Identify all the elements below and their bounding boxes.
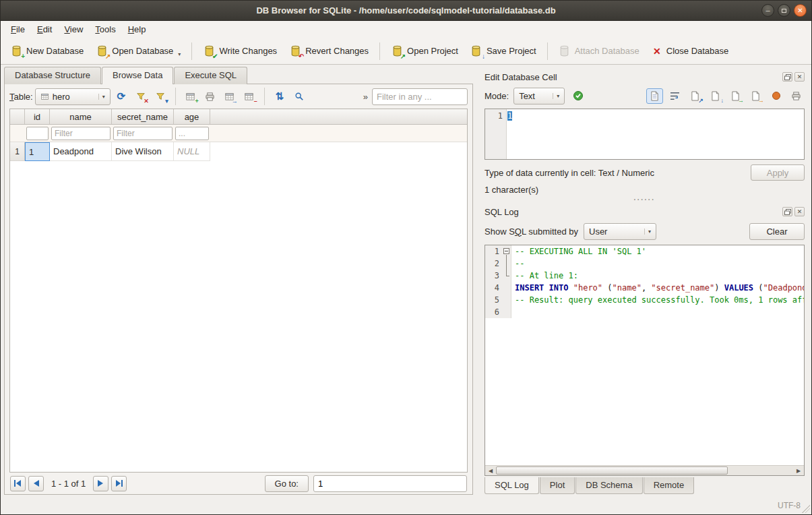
last-record-button[interactable] bbox=[111, 476, 127, 491]
filter-input-id[interactable] bbox=[26, 127, 49, 140]
save-file-button[interactable]: ↓ bbox=[707, 88, 724, 104]
column-header-id[interactable]: id bbox=[25, 109, 50, 124]
close-icon[interactable]: ✕ bbox=[794, 4, 807, 17]
filter-input-secret-name[interactable] bbox=[113, 127, 173, 140]
cell-editor[interactable]: 1 1 bbox=[485, 109, 805, 160]
open-database-label: Open Database bbox=[112, 46, 173, 56]
toolbar-overflow-chevron[interactable]: » bbox=[361, 92, 370, 102]
column-header-age[interactable]: age bbox=[174, 109, 210, 124]
open-file-button[interactable]: ↗ bbox=[687, 88, 704, 104]
cell-name[interactable]: Deadpond bbox=[50, 142, 112, 161]
bottom-tab-remote[interactable]: Remote bbox=[644, 477, 695, 494]
bottom-tab-plot[interactable]: Plot bbox=[540, 477, 575, 494]
sql-log-editor[interactable]: 1-- EXECUTING ALL IN 'SQL 1'2--3-- At li… bbox=[485, 245, 805, 476]
close-database-button[interactable]: ✕ Close Database bbox=[646, 42, 735, 60]
text-mode-button[interactable] bbox=[646, 88, 663, 104]
sort-button[interactable]: ⇅ bbox=[271, 88, 288, 105]
row-header[interactable]: 1 bbox=[10, 142, 25, 161]
record-count-label: 1 - 1 of 1 bbox=[51, 479, 86, 489]
tab-execute-sql[interactable]: Execute SQL bbox=[174, 67, 247, 84]
bottom-tab-db-schema[interactable]: DB Schema bbox=[575, 477, 642, 494]
new-database-button[interactable]: + New Database bbox=[5, 42, 89, 61]
fold-margin bbox=[502, 294, 511, 306]
float-dock-icon[interactable] bbox=[782, 207, 792, 216]
export-button[interactable]: → bbox=[747, 88, 764, 104]
sql-source-combobox[interactable]: User ▾ bbox=[584, 223, 656, 240]
save-project-button[interactable]: ↓ Save Project bbox=[465, 42, 542, 61]
menu-tools[interactable]: Tools bbox=[89, 22, 121, 36]
save-filter-button[interactable]: ▾ bbox=[152, 88, 169, 105]
write-changes-button[interactable]: ✔ Write Changes bbox=[197, 42, 282, 61]
float-dock-icon[interactable] bbox=[782, 72, 792, 82]
clear-log-button[interactable]: Clear bbox=[749, 223, 805, 240]
filter-input-name[interactable] bbox=[51, 127, 111, 140]
dock-icons: ✕ bbox=[782, 72, 805, 82]
filter-input-age[interactable] bbox=[175, 127, 209, 140]
revert-changes-icon: ↶ bbox=[289, 45, 301, 57]
scroll-right-icon[interactable]: ▶ bbox=[793, 466, 804, 476]
tab-browse-data[interactable]: Browse Data bbox=[102, 67, 173, 84]
grid-body[interactable]: 11DeadpondDive WilsonNULL bbox=[10, 142, 467, 472]
clear-all-filters-button[interactable]: ✕ bbox=[132, 88, 150, 105]
goto-input[interactable] bbox=[313, 475, 467, 492]
open-database-dropdown-icon[interactable]: ▾ bbox=[178, 51, 181, 57]
toolbar-separator bbox=[191, 42, 192, 60]
fold-marker-icon[interactable] bbox=[502, 245, 511, 258]
cell-age[interactable]: NULL bbox=[174, 142, 210, 161]
grid-filter-row bbox=[10, 125, 467, 142]
revert-changes-button[interactable]: ↶ Revert Changes bbox=[284, 42, 374, 61]
new-record-button[interactable]: + bbox=[182, 88, 199, 105]
data-grid[interactable]: idnamesecret_nameage 11DeadpondDive Wils… bbox=[9, 109, 468, 473]
log-line: 3-- At line 1: bbox=[485, 270, 804, 282]
filter-any-input[interactable] bbox=[372, 88, 468, 105]
open-project-button[interactable]: ↗ Open Project bbox=[385, 42, 464, 61]
main-content: Database StructureBrowse DataExecute SQL… bbox=[1, 65, 811, 496]
delete-record-button[interactable]: – bbox=[241, 88, 258, 105]
cell-editor-content[interactable]: 1 bbox=[507, 109, 513, 159]
open-database-button[interactable]: ↗ Open Database ▾ bbox=[90, 42, 186, 61]
cell-secret-name[interactable]: Dive Wilson bbox=[112, 142, 174, 161]
menu-help[interactable]: Help bbox=[122, 22, 152, 36]
dock-splitter-handle[interactable]: ······ bbox=[485, 195, 805, 204]
scrollbar-thumb[interactable] bbox=[496, 466, 728, 475]
scroll-left-icon[interactable]: ◀ bbox=[485, 466, 496, 476]
close-dock-icon[interactable]: ✕ bbox=[794, 207, 805, 216]
maximize-icon[interactable] bbox=[778, 4, 790, 17]
menu-view[interactable]: View bbox=[58, 22, 89, 36]
previous-record-button[interactable] bbox=[28, 476, 44, 491]
goto-button[interactable]: Go to: bbox=[265, 475, 309, 492]
print-button[interactable] bbox=[201, 88, 219, 105]
word-wrap-button[interactable] bbox=[666, 88, 683, 104]
menu-edit[interactable]: Edit bbox=[31, 22, 58, 36]
table-combobox[interactable]: hero ▾ bbox=[35, 88, 111, 105]
mode-combobox[interactable]: Text ▾ bbox=[513, 88, 565, 104]
bottom-tab-sql-log[interactable]: SQL Log bbox=[485, 477, 539, 494]
close-database-label: Close Database bbox=[666, 46, 729, 56]
browse-data-panel: Table: hero ▾ ⟳ ✕ ▾ + → – ⇅ bbox=[4, 84, 473, 495]
auto-format-button[interactable] bbox=[569, 88, 586, 104]
minimize-icon[interactable]: – bbox=[761, 4, 774, 17]
export-records-button[interactable]: → bbox=[221, 88, 239, 105]
refresh-button[interactable]: ⟳ bbox=[113, 88, 130, 105]
char-count-label: 1 character(s) bbox=[485, 185, 805, 195]
first-record-button[interactable] bbox=[10, 476, 26, 491]
apply-button: Apply bbox=[751, 164, 805, 181]
tab-database-structure[interactable]: Database Structure bbox=[4, 67, 101, 84]
column-header-name[interactable]: name bbox=[50, 109, 112, 124]
log-line: 6 bbox=[485, 306, 804, 318]
title-bar[interactable]: DB Browser for SQLite - /home/user/code/… bbox=[1, 1, 811, 21]
next-record-button[interactable] bbox=[93, 476, 108, 491]
find-button[interactable] bbox=[290, 88, 308, 105]
print-cell-button[interactable] bbox=[788, 88, 805, 104]
set-null-button[interactable] bbox=[768, 88, 784, 104]
scrollbar-track[interactable] bbox=[496, 466, 793, 475]
edit-cell-title: Edit Database Cell bbox=[485, 72, 557, 82]
import-button[interactable]: → bbox=[727, 88, 744, 104]
resize-grip[interactable] bbox=[802, 505, 810, 513]
column-header-secret-name[interactable]: secret_name bbox=[112, 109, 174, 124]
cell-id[interactable]: 1 bbox=[25, 142, 50, 161]
menu-file[interactable]: File bbox=[5, 22, 31, 36]
horizontal-scrollbar[interactable]: ◀ ▶ bbox=[485, 465, 804, 475]
filter-row-corner bbox=[10, 125, 25, 142]
close-dock-icon[interactable]: ✕ bbox=[794, 72, 805, 82]
